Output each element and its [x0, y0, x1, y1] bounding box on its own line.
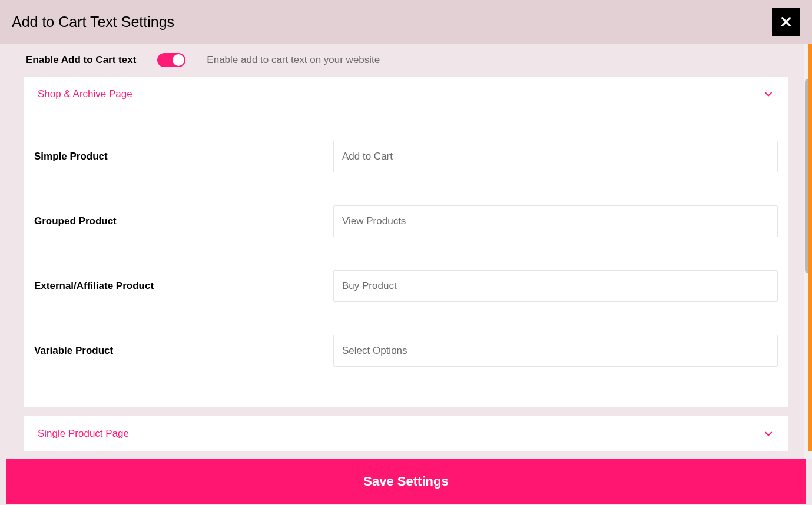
enable-label: Enable Add to Cart text	[26, 54, 136, 66]
accordion-title: Single Product Page	[38, 428, 129, 440]
accordion-header-single-product[interactable]: Single Product Page	[24, 416, 788, 451]
enable-description: Enable add to cart text on your website	[207, 54, 380, 66]
save-settings-button[interactable]: Save Settings	[6, 459, 806, 504]
footer: Save Settings	[0, 459, 812, 505]
grouped-product-input[interactable]	[333, 205, 778, 237]
accordion-single-product: Single Product Page	[24, 416, 788, 451]
simple-product-input[interactable]	[333, 141, 778, 172]
toggle-knob	[173, 54, 184, 66]
enable-row: Enable Add to Cart text Enable add to ca…	[0, 44, 812, 77]
chevron-down-icon	[763, 88, 774, 100]
close-button[interactable]	[772, 8, 800, 36]
form-row-variable: Variable Product	[34, 318, 778, 383]
accordion-body: Simple Product Grouped Product External/…	[24, 112, 788, 407]
external-product-label: External/Affiliate Product	[34, 280, 333, 292]
variable-product-label: Variable Product	[34, 345, 333, 357]
variable-product-input[interactable]	[333, 335, 778, 367]
modal-title: Add to Cart Text Settings	[12, 14, 174, 31]
accordion-shop-archive: Shop & Archive Page Simple Product Group…	[24, 77, 788, 407]
form-row-external: External/Affiliate Product	[34, 254, 778, 318]
close-icon	[780, 15, 793, 28]
content-area: Enable Add to Cart text Enable add to ca…	[0, 44, 812, 459]
accordion-title: Shop & Archive Page	[38, 88, 132, 100]
form-row-simple: Simple Product	[34, 124, 778, 189]
form-row-grouped: Grouped Product	[34, 189, 778, 254]
enable-toggle[interactable]	[157, 53, 185, 67]
external-product-input[interactable]	[333, 270, 778, 302]
accordion-header-shop-archive[interactable]: Shop & Archive Page	[24, 77, 788, 112]
orange-indicator	[808, 44, 812, 451]
modal-header: Add to Cart Text Settings	[0, 0, 812, 44]
simple-product-label: Simple Product	[34, 151, 333, 162]
chevron-down-icon	[763, 428, 774, 440]
grouped-product-label: Grouped Product	[34, 215, 333, 227]
